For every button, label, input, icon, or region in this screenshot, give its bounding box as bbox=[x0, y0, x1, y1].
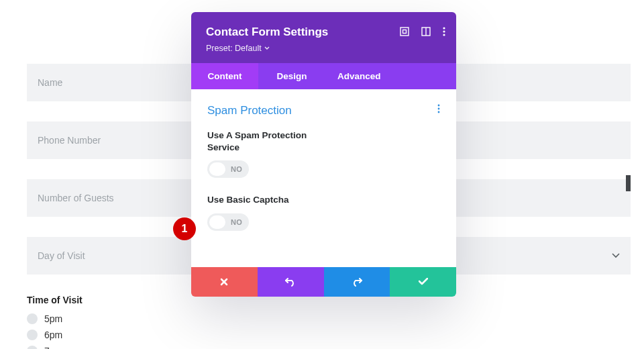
time-option-label: 7pm bbox=[44, 346, 62, 349]
redo-icon bbox=[352, 277, 362, 287]
expand-icon[interactable] bbox=[400, 27, 409, 36]
caret-down-icon bbox=[612, 253, 620, 258]
section-title[interactable]: Spam Protection bbox=[207, 104, 440, 117]
annotation-badge-1: 1 bbox=[173, 217, 196, 240]
svg-point-6 bbox=[443, 34, 445, 36]
toggle-value: NO bbox=[231, 165, 242, 173]
svg-point-7 bbox=[438, 105, 440, 107]
header-icons bbox=[400, 27, 445, 36]
radio-icon bbox=[27, 330, 38, 340]
svg-point-5 bbox=[443, 30, 445, 32]
time-option-6pm[interactable]: 6pm bbox=[27, 330, 631, 340]
radio-icon bbox=[27, 313, 38, 324]
modal-header: Contact Form Settings Preset: Default bbox=[191, 12, 456, 63]
close-icon bbox=[220, 278, 228, 286]
toggle-knob bbox=[209, 215, 225, 229]
check-icon bbox=[419, 278, 428, 285]
modal-body: Spam Protection Use A Spam Protection Se… bbox=[191, 89, 456, 267]
spam-service-toggle[interactable]: NO bbox=[207, 160, 249, 178]
day-select-label: Day of Visit bbox=[38, 250, 85, 261]
kebab-menu-icon[interactable] bbox=[443, 27, 445, 36]
preset-label: Preset: Default bbox=[206, 44, 262, 53]
svg-rect-1 bbox=[403, 30, 407, 34]
undo-button[interactable] bbox=[258, 267, 324, 297]
tab-advanced[interactable]: Advanced bbox=[325, 63, 456, 89]
svg-point-4 bbox=[443, 27, 445, 29]
spam-service-label: Use A Spam Protection Service bbox=[207, 130, 341, 154]
snap-icon[interactable] bbox=[421, 27, 431, 36]
basic-captcha-toggle[interactable]: NO bbox=[207, 213, 249, 231]
radio-icon bbox=[27, 346, 38, 349]
svg-rect-0 bbox=[400, 28, 409, 36]
settings-modal: Contact Form Settings Preset: Default Co… bbox=[191, 12, 456, 297]
section-menu-icon[interactable] bbox=[437, 104, 440, 116]
svg-point-8 bbox=[438, 108, 440, 110]
time-option-5pm[interactable]: 5pm bbox=[27, 313, 631, 324]
toggle-knob bbox=[209, 162, 225, 176]
tab-content[interactable]: Content bbox=[191, 63, 258, 89]
time-option-7pm[interactable]: 7pm bbox=[27, 346, 631, 349]
redo-button[interactable] bbox=[324, 267, 390, 297]
time-option-label: 6pm bbox=[44, 330, 62, 340]
svg-point-9 bbox=[438, 111, 440, 113]
tabs: Content Design Advanced bbox=[191, 63, 456, 89]
confirm-button[interactable] bbox=[390, 267, 456, 297]
time-option-label: 5pm bbox=[44, 313, 62, 324]
toggle-value: NO bbox=[231, 218, 242, 226]
module-handle[interactable] bbox=[626, 175, 631, 191]
basic-captcha-label: Use Basic Captcha bbox=[207, 194, 341, 206]
modal-actions bbox=[191, 267, 456, 297]
caret-down-icon bbox=[264, 46, 270, 50]
cancel-button[interactable] bbox=[191, 267, 258, 297]
preset-selector[interactable]: Preset: Default bbox=[206, 44, 270, 53]
undo-icon bbox=[285, 277, 296, 287]
tab-design[interactable]: Design bbox=[258, 63, 325, 89]
